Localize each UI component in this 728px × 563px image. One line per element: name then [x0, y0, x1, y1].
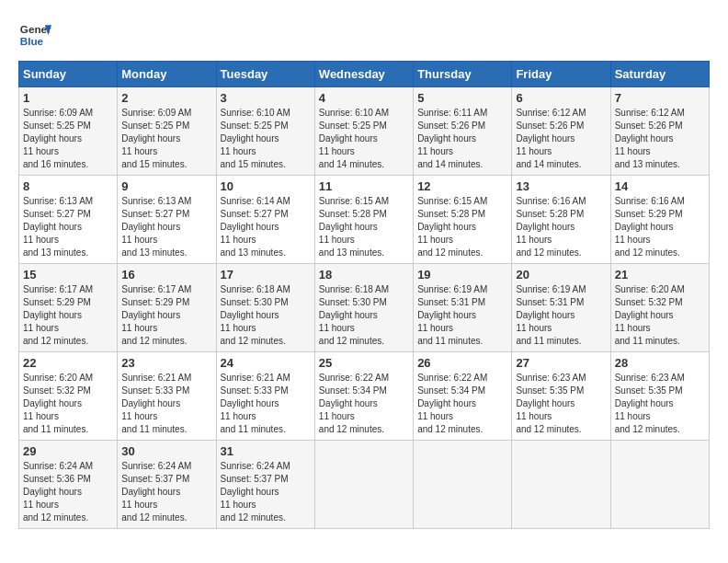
day-number: 16	[121, 268, 211, 282]
col-friday: Friday	[512, 62, 610, 87]
day-info: Sunrise: 6:20 AMSunset: 5:32 PMDaylight …	[23, 372, 113, 436]
day-number: 20	[516, 268, 606, 282]
calendar-cell: 8Sunrise: 6:13 AMSunset: 5:27 PMDaylight…	[19, 176, 118, 264]
day-info: Sunrise: 6:23 AMSunset: 5:35 PMDaylight …	[516, 372, 606, 436]
col-monday: Monday	[118, 62, 216, 87]
day-number: 25	[319, 356, 409, 370]
calendar-cell: 19Sunrise: 6:19 AMSunset: 5:31 PMDayligh…	[414, 264, 512, 352]
calendar-cell: 17Sunrise: 6:18 AMSunset: 5:30 PMDayligh…	[216, 264, 314, 352]
day-number: 6	[516, 91, 606, 105]
day-number: 1	[23, 91, 113, 105]
day-info: Sunrise: 6:09 AMSunset: 5:25 PMDaylight …	[23, 107, 113, 171]
day-number: 5	[417, 91, 507, 105]
calendar-cell: 29Sunrise: 6:24 AMSunset: 5:36 PMDayligh…	[19, 441, 118, 529]
day-number: 23	[121, 356, 211, 370]
calendar-cell: 24Sunrise: 6:21 AMSunset: 5:33 PMDayligh…	[216, 352, 314, 441]
col-tuesday: Tuesday	[216, 62, 314, 87]
day-number: 10	[221, 179, 311, 193]
day-info: Sunrise: 6:10 AMSunset: 5:25 PMDaylight …	[221, 107, 311, 171]
day-info: Sunrise: 6:10 AMSunset: 5:25 PMDaylight …	[319, 107, 409, 171]
day-number: 9	[121, 179, 211, 193]
calendar-cell: 30Sunrise: 6:24 AMSunset: 5:37 PMDayligh…	[118, 441, 216, 529]
day-info: Sunrise: 6:20 AMSunset: 5:32 PMDaylight …	[615, 283, 705, 348]
calendar-cell	[610, 441, 709, 529]
day-number: 21	[615, 268, 705, 282]
day-info: Sunrise: 6:22 AMSunset: 5:34 PMDaylight …	[319, 372, 409, 436]
day-number: 4	[319, 91, 409, 105]
day-number: 26	[417, 356, 507, 370]
day-info: Sunrise: 6:09 AMSunset: 5:25 PMDaylight …	[121, 107, 211, 171]
calendar-week-row: 29Sunrise: 6:24 AMSunset: 5:36 PMDayligh…	[19, 441, 710, 529]
col-thursday: Thursday	[414, 62, 512, 87]
calendar-cell	[414, 441, 512, 529]
day-info: Sunrise: 6:13 AMSunset: 5:27 PMDaylight …	[23, 195, 113, 259]
calendar-cell: 22Sunrise: 6:20 AMSunset: 5:32 PMDayligh…	[19, 352, 118, 441]
day-number: 13	[516, 179, 606, 193]
day-info: Sunrise: 6:12 AMSunset: 5:26 PMDaylight …	[516, 107, 606, 171]
day-info: Sunrise: 6:14 AMSunset: 5:27 PMDaylight …	[221, 195, 311, 259]
col-sunday: Sunday	[19, 62, 118, 87]
calendar-cell: 3Sunrise: 6:10 AMSunset: 5:25 PMDaylight…	[216, 87, 314, 176]
logo: General Blue	[18, 18, 51, 52]
calendar-week-row: 1Sunrise: 6:09 AMSunset: 5:25 PMDaylight…	[19, 87, 710, 176]
day-number: 31	[221, 444, 311, 458]
day-info: Sunrise: 6:15 AMSunset: 5:28 PMDaylight …	[319, 195, 409, 259]
day-number: 2	[121, 91, 211, 105]
day-number: 12	[417, 179, 507, 193]
col-saturday: Saturday	[610, 62, 709, 87]
day-info: Sunrise: 6:16 AMSunset: 5:29 PMDaylight …	[615, 195, 705, 259]
day-info: Sunrise: 6:24 AMSunset: 5:37 PMDaylight …	[121, 460, 211, 524]
calendar-cell: 16Sunrise: 6:17 AMSunset: 5:29 PMDayligh…	[118, 264, 216, 352]
day-number: 8	[23, 179, 113, 193]
calendar-cell: 10Sunrise: 6:14 AMSunset: 5:27 PMDayligh…	[216, 176, 314, 264]
calendar-cell: 9Sunrise: 6:13 AMSunset: 5:27 PMDaylight…	[118, 176, 216, 264]
day-info: Sunrise: 6:24 AMSunset: 5:36 PMDaylight …	[23, 460, 113, 524]
col-wednesday: Wednesday	[314, 62, 413, 87]
day-info: Sunrise: 6:21 AMSunset: 5:33 PMDaylight …	[221, 372, 311, 436]
day-number: 19	[417, 268, 507, 282]
calendar-cell	[512, 441, 610, 529]
calendar-cell: 26Sunrise: 6:22 AMSunset: 5:34 PMDayligh…	[414, 352, 512, 441]
day-info: Sunrise: 6:17 AMSunset: 5:29 PMDaylight …	[121, 283, 211, 348]
calendar-table: Sunday Monday Tuesday Wednesday Thursday…	[18, 61, 710, 529]
calendar-cell: 18Sunrise: 6:18 AMSunset: 5:30 PMDayligh…	[314, 264, 413, 352]
day-number: 22	[23, 356, 113, 370]
calendar-cell: 7Sunrise: 6:12 AMSunset: 5:26 PMDaylight…	[610, 87, 709, 176]
day-info: Sunrise: 6:16 AMSunset: 5:28 PMDaylight …	[516, 195, 606, 259]
day-number: 17	[221, 268, 311, 282]
calendar-week-row: 15Sunrise: 6:17 AMSunset: 5:29 PMDayligh…	[19, 264, 710, 352]
day-info: Sunrise: 6:18 AMSunset: 5:30 PMDaylight …	[221, 283, 311, 348]
day-info: Sunrise: 6:19 AMSunset: 5:31 PMDaylight …	[516, 283, 606, 348]
day-number: 11	[319, 179, 409, 193]
day-number: 18	[319, 268, 409, 282]
calendar-cell: 21Sunrise: 6:20 AMSunset: 5:32 PMDayligh…	[610, 264, 709, 352]
header-row: Sunday Monday Tuesday Wednesday Thursday…	[19, 62, 710, 87]
calendar-cell: 4Sunrise: 6:10 AMSunset: 5:25 PMDaylight…	[314, 87, 413, 176]
day-number: 3	[221, 91, 311, 105]
day-number: 7	[615, 91, 705, 105]
day-info: Sunrise: 6:13 AMSunset: 5:27 PMDaylight …	[121, 195, 211, 259]
day-number: 14	[615, 179, 705, 193]
day-info: Sunrise: 6:12 AMSunset: 5:26 PMDaylight …	[615, 107, 705, 171]
calendar-cell: 6Sunrise: 6:12 AMSunset: 5:26 PMDaylight…	[512, 87, 610, 176]
calendar-cell: 28Sunrise: 6:23 AMSunset: 5:35 PMDayligh…	[610, 352, 709, 441]
page-header: General Blue	[18, 18, 710, 52]
calendar-cell: 23Sunrise: 6:21 AMSunset: 5:33 PMDayligh…	[118, 352, 216, 441]
calendar-cell: 14Sunrise: 6:16 AMSunset: 5:29 PMDayligh…	[610, 176, 709, 264]
day-info: Sunrise: 6:22 AMSunset: 5:34 PMDaylight …	[417, 372, 507, 436]
day-info: Sunrise: 6:15 AMSunset: 5:28 PMDaylight …	[417, 195, 507, 259]
calendar-cell: 31Sunrise: 6:24 AMSunset: 5:37 PMDayligh…	[216, 441, 314, 529]
calendar-week-row: 8Sunrise: 6:13 AMSunset: 5:27 PMDaylight…	[19, 176, 710, 264]
day-info: Sunrise: 6:11 AMSunset: 5:26 PMDaylight …	[417, 107, 507, 171]
calendar-cell: 13Sunrise: 6:16 AMSunset: 5:28 PMDayligh…	[512, 176, 610, 264]
day-number: 29	[23, 444, 113, 458]
day-info: Sunrise: 6:21 AMSunset: 5:33 PMDaylight …	[121, 372, 211, 436]
day-number: 30	[121, 444, 211, 458]
calendar-cell: 12Sunrise: 6:15 AMSunset: 5:28 PMDayligh…	[414, 176, 512, 264]
calendar-cell: 15Sunrise: 6:17 AMSunset: 5:29 PMDayligh…	[19, 264, 118, 352]
calendar-cell: 2Sunrise: 6:09 AMSunset: 5:25 PMDaylight…	[118, 87, 216, 176]
day-info: Sunrise: 6:19 AMSunset: 5:31 PMDaylight …	[417, 283, 507, 348]
calendar-week-row: 22Sunrise: 6:20 AMSunset: 5:32 PMDayligh…	[19, 352, 710, 441]
calendar-cell: 11Sunrise: 6:15 AMSunset: 5:28 PMDayligh…	[314, 176, 413, 264]
day-info: Sunrise: 6:23 AMSunset: 5:35 PMDaylight …	[615, 372, 705, 436]
